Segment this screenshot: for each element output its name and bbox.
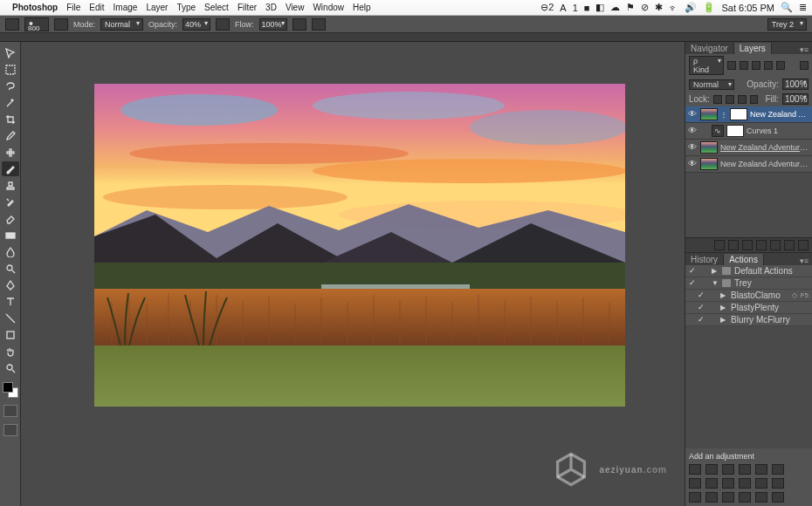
menubar-clock[interactable]: Sat 6:05 PM [721,3,774,13]
layer-blend-dropdown[interactable]: Normal [689,79,734,90]
action-check-icon[interactable]: ✓ [698,304,705,311]
workspace-dropdown[interactable]: Trey 2 [767,18,807,31]
layer-row[interactable]: 👁 New Zealand Adventure (616... [685,156,812,173]
layer-mask-thumb[interactable] [730,108,747,120]
menu-select[interactable]: Select [204,3,229,12]
spotlight-icon[interactable]: 🔍 [781,2,793,13]
layer-filter-kind[interactable]: ρ Kind [689,56,724,75]
brush-preset-picker[interactable]: 800 [24,17,49,31]
link-layers-icon[interactable] [714,240,725,250]
adj-bw-icon[interactable] [689,478,701,489]
layer-name[interactable]: Curves 1 [747,126,810,135]
adj-curves-icon[interactable] [722,464,734,475]
visibility-icon[interactable]: 👁 [687,126,698,136]
action-check-icon[interactable]: ✓ [689,267,697,275]
layer-thumb[interactable] [700,141,718,154]
lock-pixels-icon[interactable] [726,95,734,104]
filter-smart-icon[interactable] [776,61,785,70]
tool-preset-icon[interactable] [5,18,19,31]
status-icon[interactable]: ■ [584,3,590,13]
tool-move[interactable] [2,45,19,60]
layer-row[interactable]: 👁 ∿ Curves 1 [685,123,812,140]
status-icon[interactable]: ⚑ [626,2,635,13]
color-swatch[interactable] [3,382,18,398]
tool-eraser[interactable] [2,211,19,226]
tab-history[interactable]: History [685,254,724,265]
visibility-icon[interactable]: 👁 [687,142,698,153]
fx-icon[interactable] [728,240,739,250]
status-icon[interactable]: ᯤ [669,3,678,13]
disclosure-icon[interactable]: ▶ [712,267,719,275]
quickmask-icon[interactable] [3,405,17,417]
tool-type[interactable] [2,294,19,309]
tool-pen[interactable] [2,277,19,292]
panel-menu-icon[interactable]: ▾≡ [796,45,812,54]
action-row[interactable]: ✓ ▶ PlastyPlenty [685,302,812,314]
status-icon[interactable]: 🔋 [703,2,715,13]
menu-filter[interactable]: Filter [237,3,257,12]
adj-channel-mixer-icon[interactable] [722,478,734,489]
airbrush-icon[interactable] [292,18,306,31]
tool-blur[interactable] [2,244,19,259]
fill-input[interactable]: 100% [782,93,809,105]
tool-crop[interactable] [2,112,19,126]
tool-stamp[interactable] [2,178,19,193]
action-check-icon[interactable]: ✓ [689,279,697,287]
tool-eyedropper[interactable] [2,128,19,143]
new-layer-icon[interactable] [784,240,795,250]
notification-icon[interactable]: ≣ [799,2,807,13]
adj-threshold-icon[interactable] [689,492,701,503]
document-tab-strip[interactable] [0,33,812,42]
status-icon[interactable]: ☁ [610,2,620,13]
panel-menu-icon[interactable]: ▾≡ [796,256,812,265]
screenmode-icon[interactable] [3,424,17,436]
tab-actions[interactable]: Actions [724,254,764,265]
tool-lasso[interactable] [2,79,19,93]
menu-file[interactable]: File [66,3,80,12]
disclosure-icon[interactable]: ▶ [720,304,727,311]
layer-opacity-input[interactable]: 100% [782,79,809,90]
mask-icon[interactable] [742,240,753,250]
visibility-icon[interactable]: 👁 [687,109,698,120]
tool-history-brush[interactable] [2,195,19,209]
action-row[interactable]: ✓ ▶ Blurry McFlurry [685,314,812,326]
adj-extra1-icon[interactable] [739,492,751,503]
action-check-icon[interactable]: ✓ [698,316,705,324]
disclosure-icon[interactable]: ▼ [712,279,719,287]
menu-type[interactable]: Type [176,3,196,12]
tool-shape[interactable] [2,327,19,342]
status-icon[interactable]: ◧ [595,2,604,13]
brush-panel-icon[interactable] [54,18,68,31]
adjustment-thumb[interactable]: ∿ [712,125,724,137]
tab-navigator[interactable]: Navigator [685,43,734,54]
adj-exposure-icon[interactable] [739,464,751,475]
pressure-opacity-icon[interactable] [216,18,230,31]
status-icon[interactable]: A [560,3,566,13]
layer-thumb[interactable] [700,158,718,170]
filter-pixel-icon[interactable] [727,61,736,70]
menu-3d[interactable]: 3D [265,3,277,12]
adj-invert-icon[interactable] [755,478,767,489]
tool-dodge[interactable] [2,261,19,276]
adjustment-icon[interactable] [756,240,767,250]
menu-image[interactable]: Image [114,3,138,12]
tab-layers[interactable]: Layers [734,43,772,54]
status-icon[interactable]: ⊖2 [540,2,554,13]
action-set-row[interactable]: ✓ ▼ Trey [685,277,812,290]
adj-brightness-icon[interactable] [689,464,701,475]
adj-extra3-icon[interactable] [772,492,784,503]
menu-layer[interactable]: Layer [146,3,168,12]
adj-vibrance-icon[interactable] [755,464,767,475]
tool-marquee[interactable] [2,62,19,77]
disclosure-icon[interactable]: ▶ [720,316,727,324]
adj-selective-icon[interactable] [722,492,734,503]
filter-shape-icon[interactable] [764,61,773,70]
status-icon[interactable]: ⊘ [641,2,649,13]
status-icon[interactable]: 1 [573,3,578,13]
app-name[interactable]: Photoshop [12,3,58,12]
layer-name[interactable]: New Zealand Adventure (616... [720,143,810,152]
lock-trans-icon[interactable] [713,95,722,104]
layer-name[interactable]: New Zealand Adventure (616... [720,160,810,168]
status-icon[interactable]: ✱ [655,2,663,13]
tool-path[interactable] [2,311,19,325]
